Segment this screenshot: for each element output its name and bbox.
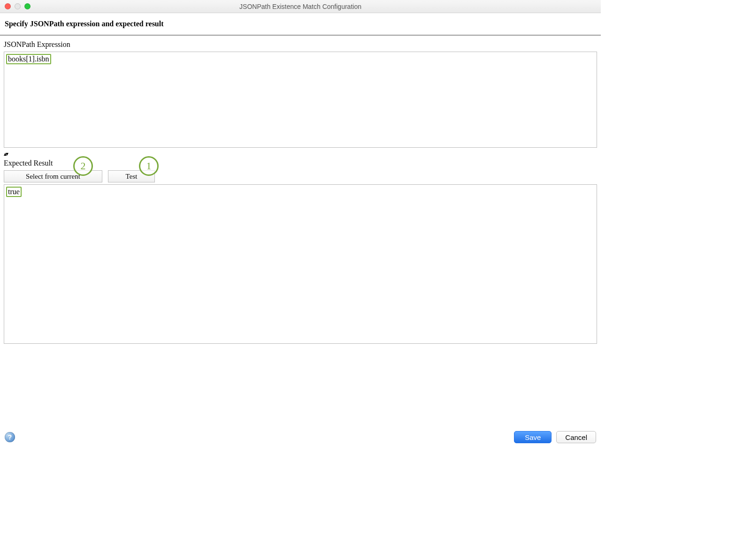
footer: ? Save Cancel — [0, 428, 601, 448]
jsonpath-value-highlight: books[1].isbn — [6, 54, 51, 64]
window-title: JSONPath Existence Match Configuration — [0, 3, 601, 10]
test-label: Test — [126, 173, 138, 181]
expected-value-highlight: true — [6, 187, 22, 197]
titlebar: JSONPath Existence Match Configuration — [0, 0, 601, 13]
page-header: Specify JSONPath expression and expected… — [0, 13, 601, 36]
select-from-current-button[interactable]: Select from current — [4, 170, 102, 182]
expected-label: Expected Result — [4, 159, 597, 167]
expected-result-input[interactable]: true — [4, 184, 597, 344]
expand-collapse-icon[interactable]: ▴▾ — [4, 151, 597, 157]
jsonpath-value: books[1].isbn — [8, 55, 49, 63]
expected-toolbar: Select from current Test 1 2 — [4, 170, 597, 182]
test-button[interactable]: Test — [108, 170, 155, 182]
help-icon[interactable]: ? — [5, 432, 15, 442]
save-button-label: Save — [525, 433, 541, 441]
save-button[interactable]: Save — [514, 431, 552, 443]
cancel-button[interactable]: Cancel — [556, 431, 596, 443]
cancel-button-label: Cancel — [565, 433, 587, 441]
content-area: JSONPath Expression books[1].isbn ▴▾ Exp… — [0, 36, 601, 428]
jsonpath-input[interactable]: books[1].isbn — [4, 52, 597, 148]
expected-value: true — [8, 188, 20, 196]
select-from-current-label: Select from current — [26, 173, 80, 181]
jsonpath-label: JSONPath Expression — [4, 40, 597, 49]
